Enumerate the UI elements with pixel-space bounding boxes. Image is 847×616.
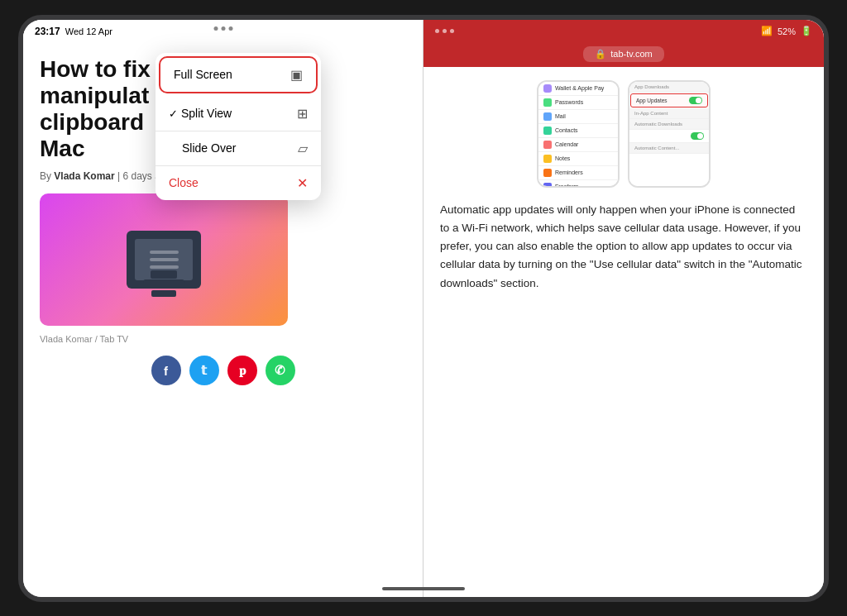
phone-row-icon-7 bbox=[543, 169, 552, 177]
social-buttons: f 𝕥 𝐩 ✆ bbox=[40, 356, 406, 385]
image-caption: Vlada Komar / Tab TV bbox=[40, 334, 406, 344]
article-image bbox=[40, 193, 288, 326]
in-app-toggle[interactable] bbox=[691, 132, 704, 140]
phone-screen-left: Wallet & Apple Pay Passwords Mail bbox=[538, 82, 618, 186]
phone-row-icon-6 bbox=[543, 155, 552, 163]
pinterest-icon: 𝐩 bbox=[239, 363, 246, 378]
twitter-icon: 𝕥 bbox=[201, 363, 207, 378]
monitor-line-3 bbox=[150, 265, 179, 269]
extra-label: Automatic Content... bbox=[634, 146, 679, 150]
split-view-check: ✓ bbox=[169, 107, 178, 120]
app-updates-toggle[interactable] bbox=[689, 97, 702, 104]
app-downloads-label: Automatic Downloads bbox=[634, 122, 682, 127]
in-app-content-section: In-App Content bbox=[629, 108, 709, 119]
url-text: tab-tv.com bbox=[610, 49, 653, 59]
tablet-screen: 23:17 Wed 12 Apr Full Screen ▣ ✓ Split V… bbox=[23, 20, 824, 597]
app-updates-label: App Updates bbox=[636, 98, 668, 103]
facebook-share-button[interactable]: f bbox=[151, 356, 181, 385]
slide-over-label: Slide Over bbox=[182, 141, 298, 155]
phone-row-6: Notes bbox=[538, 152, 618, 166]
phone-row-3: Mail bbox=[538, 110, 618, 124]
rdot1 bbox=[435, 29, 439, 33]
phone-row-7: Reminders bbox=[538, 166, 618, 180]
phone-row-text-3: Mail bbox=[555, 113, 566, 119]
monitor-base bbox=[143, 279, 184, 284]
phone-row-icon-3 bbox=[543, 112, 552, 121]
phone-row-text-5: Calendar bbox=[555, 141, 578, 147]
phone-row-text-1: Wallet & Apple Pay bbox=[555, 85, 604, 91]
url-pill[interactable]: 🔒 tab-tv.com bbox=[583, 46, 664, 62]
slide-over-icon: ▱ bbox=[298, 141, 308, 156]
split-view-icon: ⊞ bbox=[297, 106, 308, 122]
section-title: App Downloads bbox=[634, 84, 669, 89]
monitor-line-1 bbox=[150, 251, 179, 254]
whatsapp-icon: ✆ bbox=[275, 363, 285, 378]
twitter-share-button[interactable]: 𝕥 bbox=[189, 356, 219, 385]
phone-row-text-8: Freeform bbox=[555, 184, 578, 188]
dropdown-menu: Full Screen ▣ ✓ Split View ⊞ Slide Over … bbox=[156, 53, 321, 200]
phone-row-4: Contacts bbox=[538, 124, 618, 138]
rdot3 bbox=[450, 29, 454, 33]
phone-section-header: App Downloads bbox=[629, 82, 709, 93]
battery-icon: 🔋 bbox=[801, 26, 812, 36]
full-screen-option[interactable]: Full Screen ▣ bbox=[159, 56, 318, 93]
full-screen-label: Full Screen bbox=[174, 68, 232, 81]
phone-row-5: Calendar bbox=[538, 138, 618, 152]
right-window-dots bbox=[435, 29, 454, 33]
dot3 bbox=[228, 26, 232, 31]
phone-row-2: Passwords bbox=[538, 96, 618, 110]
window-dots bbox=[213, 26, 232, 31]
phone-screenshots: Wallet & Apple Pay Passwords Mail bbox=[440, 80, 807, 188]
phone-mockup-right: App Downloads App Updates In-App Content… bbox=[628, 80, 711, 188]
phone-row-icon-1 bbox=[543, 84, 552, 93]
phone-row-icon-5 bbox=[543, 141, 552, 149]
wifi-icon: 📶 bbox=[761, 26, 773, 36]
article-author: Vlada Komar bbox=[54, 170, 114, 182]
monitor-stand bbox=[151, 270, 177, 279]
phone-row-text-4: Contacts bbox=[555, 127, 578, 133]
phone-row-text-2: Passwords bbox=[555, 99, 583, 105]
phone-row-icon-2 bbox=[543, 98, 552, 107]
app-updates-toggle-row[interactable]: App Updates bbox=[630, 93, 708, 107]
by-label: By bbox=[40, 170, 54, 182]
phone-row-icon-8 bbox=[543, 183, 552, 188]
phone-row-1: Wallet & Apple Pay bbox=[538, 82, 618, 96]
right-status-bar: 📶 52% 🔋 bbox=[424, 20, 824, 43]
extra-section: Automatic Content... bbox=[629, 143, 709, 154]
dot1 bbox=[213, 26, 218, 31]
phone-row-text-7: Reminders bbox=[555, 170, 583, 175]
tablet-frame: 23:17 Wed 12 Apr Full Screen ▣ ✓ Split V… bbox=[18, 15, 829, 602]
facebook-icon: f bbox=[164, 364, 168, 378]
left-status-bar: 23:17 Wed 12 Apr bbox=[23, 20, 423, 43]
right-article-content: Wallet & Apple Pay Passwords Mail bbox=[424, 67, 824, 597]
full-screen-icon: ▣ bbox=[290, 67, 303, 83]
phone-mockup-left: Wallet & Apple Pay Passwords Mail bbox=[537, 80, 620, 188]
split-view-label: Split View bbox=[181, 107, 297, 120]
phone-row-text-6: Notes bbox=[555, 155, 570, 161]
phone-screen-right: App Downloads App Updates In-App Content… bbox=[629, 82, 709, 186]
article-body: Automatic app updates will only happen w… bbox=[440, 201, 807, 293]
close-label: Close bbox=[169, 176, 297, 189]
rdot2 bbox=[443, 29, 447, 33]
status-time: 23:17 bbox=[35, 26, 60, 37]
in-app-section-label: In-App Content bbox=[634, 111, 668, 116]
phone-row-8: Freeform bbox=[538, 180, 618, 188]
home-indicator bbox=[382, 587, 465, 590]
battery-percent: 52% bbox=[778, 26, 796, 36]
right-url-bar: 🔒 tab-tv.com bbox=[424, 43, 824, 67]
monitor-illustration bbox=[127, 231, 201, 289]
right-status-icons: 📶 52% 🔋 bbox=[761, 26, 812, 36]
left-pane: 23:17 Wed 12 Apr Full Screen ▣ ✓ Split V… bbox=[23, 20, 424, 597]
status-date: Wed 12 Apr bbox=[65, 26, 112, 36]
whatsapp-share-button[interactable]: ✆ bbox=[266, 356, 295, 385]
split-view-option[interactable]: ✓ Split View ⊞ bbox=[156, 97, 321, 131]
close-option[interactable]: Close ✕ bbox=[156, 166, 321, 200]
lock-icon: 🔒 bbox=[595, 49, 606, 60]
in-app-toggle-row[interactable] bbox=[629, 130, 709, 143]
right-pane: 📶 52% 🔋 🔒 tab-tv.com bbox=[424, 20, 824, 597]
phone-row-icon-4 bbox=[543, 127, 552, 135]
close-icon: ✕ bbox=[297, 175, 308, 191]
slide-over-option[interactable]: Slide Over ▱ bbox=[156, 131, 321, 166]
monitor-line-2 bbox=[150, 258, 179, 261]
pinterest-share-button[interactable]: 𝐩 bbox=[227, 356, 257, 385]
